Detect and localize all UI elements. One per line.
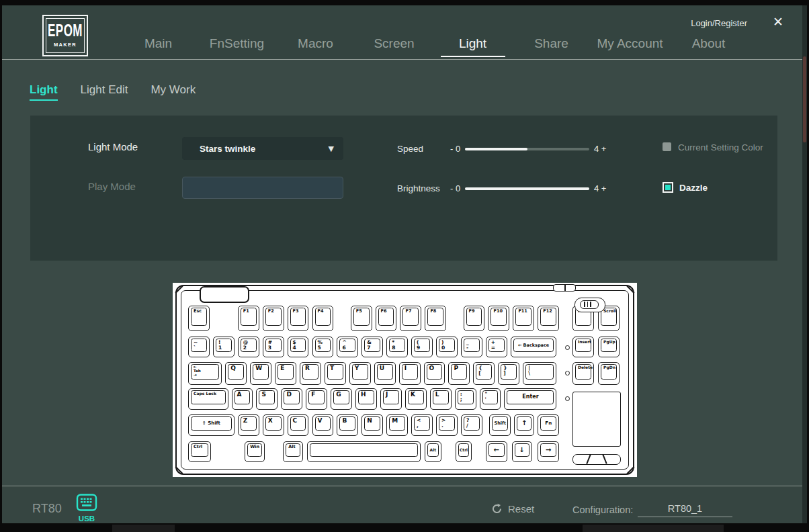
key-↓[interactable]: ↓ xyxy=(512,441,532,462)
key-k[interactable]: K xyxy=(405,388,427,410)
speed-min[interactable]: - 0 xyxy=(450,144,460,154)
key-w[interactable]: W xyxy=(250,362,271,385)
key-←[interactable]: ← xyxy=(486,441,507,462)
key-f6[interactable]: F6 xyxy=(376,306,397,331)
key-f1[interactable]: F1 xyxy=(238,306,259,331)
key-caps-lock[interactable]: Caps Lock xyxy=(188,388,228,410)
key-)-0[interactable]: ) 0 xyxy=(436,337,458,357)
key-⇤-tab-⇥[interactable]: ⇤ Tab ⇥ xyxy=(188,362,222,385)
key-b[interactable]: B xyxy=(337,414,358,436)
key-+-=[interactable]: + = xyxy=(486,337,507,357)
key-f11[interactable]: F11 xyxy=(513,306,534,331)
reset-button[interactable]: Reset xyxy=(491,503,534,515)
key-m[interactable]: M xyxy=(386,414,408,436)
key-*-8[interactable]: * 8 xyxy=(386,337,408,357)
scrollbar-thumb[interactable] xyxy=(803,56,806,142)
key-p[interactable]: P xyxy=(448,362,470,385)
key-%-5[interactable]: % 5 xyxy=(312,337,334,357)
key-^-6[interactable]: ^ 6 xyxy=(337,337,358,357)
light-mode-dropdown[interactable]: Stars twinkle ▼ xyxy=(182,137,343,160)
key-j[interactable]: J xyxy=(380,388,402,410)
speed-slider[interactable] xyxy=(465,148,589,150)
key-t[interactable]: T xyxy=(325,362,346,385)
nav-tab-main[interactable]: Main xyxy=(119,36,198,57)
dazzle-checkbox[interactable] xyxy=(663,182,673,193)
key-?-/[interactable]: ? / xyxy=(461,414,482,436)
subnav-tab-my-work[interactable]: My Work xyxy=(151,83,196,101)
current-setting-color-checkbox[interactable] xyxy=(663,142,671,151)
key-|-\[interactable]: | \ xyxy=(523,362,556,385)
key-y[interactable]: Y xyxy=(349,362,371,385)
key-pgup[interactable]: PgUp xyxy=(598,337,620,357)
key-s[interactable]: S xyxy=(256,388,278,410)
key-fn[interactable]: Fn xyxy=(538,414,559,436)
key-$-4[interactable]: $ 4 xyxy=(288,337,309,357)
key-f7[interactable]: F7 xyxy=(400,306,421,331)
play-mode-field[interactable] xyxy=(182,177,343,199)
key-r[interactable]: R xyxy=(300,362,321,385)
key-↑[interactable]: ↑ xyxy=(514,414,534,436)
key-⇧-shift[interactable]: ⇧ Shift xyxy=(188,414,235,436)
key-d[interactable]: D xyxy=(281,388,302,410)
key-a[interactable]: A xyxy=(232,388,253,410)
key-(-9[interactable]: ( 9 xyxy=(411,337,433,357)
key-g[interactable]: G xyxy=(331,388,352,410)
scrollbar-track[interactable] xyxy=(802,5,809,523)
nav-tab-about[interactable]: About xyxy=(669,36,748,57)
key-delete[interactable]: Delete xyxy=(572,362,594,385)
key-_--[interactable]: _ - xyxy=(461,337,482,357)
brightness-slider[interactable] xyxy=(465,187,589,190)
key-ctrl[interactable]: Ctrl xyxy=(188,441,211,462)
key-x[interactable]: X xyxy=(263,414,284,436)
speed-max[interactable]: 4 + xyxy=(594,144,606,154)
key-ctrl[interactable]: Ctrl xyxy=(456,441,472,462)
key-"-'[interactable]: " ' xyxy=(480,388,501,410)
key-:-;[interactable]: : ; xyxy=(455,388,476,410)
key-<-,[interactable]: < , xyxy=(411,414,433,436)
key-f[interactable]: F xyxy=(306,388,327,410)
key-alt[interactable]: Alt xyxy=(425,441,441,462)
key-f12[interactable]: F12 xyxy=(538,306,559,331)
key-h[interactable]: H xyxy=(355,388,377,410)
key-q[interactable]: Q xyxy=(225,362,247,385)
nav-tab-macro[interactable]: Macro xyxy=(276,36,355,57)
key-f8[interactable]: F8 xyxy=(425,306,446,331)
key-f5[interactable]: F5 xyxy=(351,306,372,331)
key-e[interactable]: E xyxy=(275,362,296,385)
key-→[interactable]: → xyxy=(538,441,559,462)
key-esc[interactable]: Esc xyxy=(188,306,210,331)
key-v[interactable]: V xyxy=(312,414,334,436)
key-win[interactable]: Win xyxy=(245,441,265,462)
key-@-2[interactable]: @ 2 xyxy=(238,337,259,357)
key-f3[interactable]: F3 xyxy=(288,306,309,331)
subnav-tab-light-edit[interactable]: Light Edit xyxy=(81,83,128,101)
key-u[interactable]: U xyxy=(374,362,396,385)
key-o[interactable]: O xyxy=(424,362,445,385)
key-}-][interactable]: } ] xyxy=(498,362,519,385)
key-!-1[interactable]: ! 1 xyxy=(213,337,235,357)
key-z[interactable]: Z xyxy=(238,414,259,436)
key-←-backspace[interactable]: ← Backspace xyxy=(511,337,557,357)
key-f4[interactable]: F4 xyxy=(312,306,334,331)
nav-tab-light[interactable]: Light xyxy=(433,36,512,57)
key->-.[interactable]: > . xyxy=(436,414,458,436)
nav-tab-screen[interactable]: Screen xyxy=(355,36,433,57)
configuration-value[interactable]: RT80_1 xyxy=(638,503,732,517)
nav-tab-my-account[interactable]: My Account xyxy=(591,36,669,57)
key-&-7[interactable]: & 7 xyxy=(361,337,383,357)
key-pgdn[interactable]: PgDn xyxy=(598,362,620,385)
key-n[interactable]: N xyxy=(361,414,383,436)
nav-tab-share[interactable]: Share xyxy=(512,36,591,57)
brightness-max[interactable]: 4 + xyxy=(594,183,606,193)
key-l[interactable]: L xyxy=(430,388,452,410)
key-#-3[interactable]: # 3 xyxy=(263,337,284,357)
key-i[interactable]: I xyxy=(399,362,421,385)
key-shift[interactable]: Shift xyxy=(489,414,511,436)
key-enter[interactable]: Enter xyxy=(504,388,556,410)
usb-device-indicator[interactable]: USB xyxy=(75,494,98,523)
subnav-tab-light[interactable]: Light xyxy=(30,83,58,101)
key-c[interactable]: C xyxy=(288,414,309,436)
key-insert[interactable]: Insert xyxy=(572,337,594,357)
nav-tab-fnsetting[interactable]: FnSetting xyxy=(198,36,276,57)
key-f9[interactable]: F9 xyxy=(464,306,485,331)
